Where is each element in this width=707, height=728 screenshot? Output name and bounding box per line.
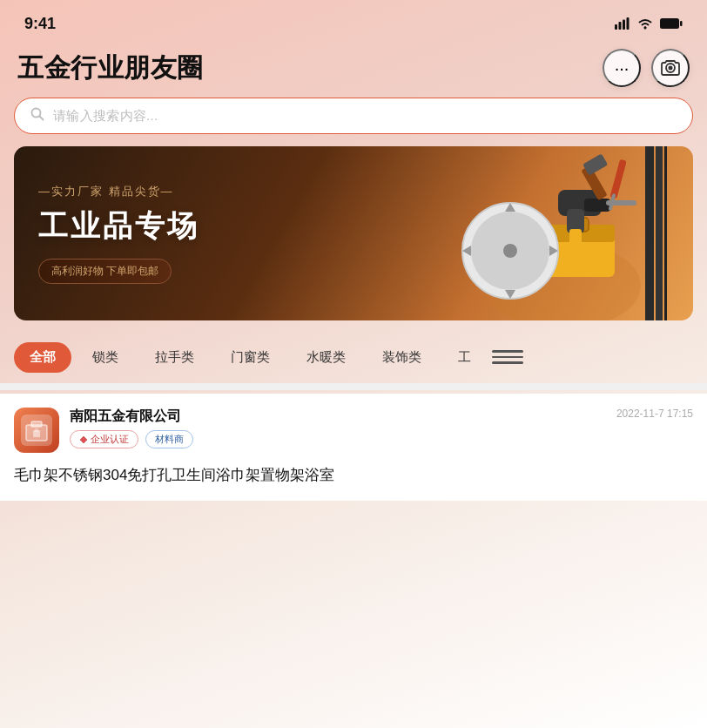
signal-icon	[615, 17, 630, 30]
post-title: 毛巾架不锈钢304免打孔卫生间浴巾架置物架浴室	[14, 453, 693, 501]
svg-rect-36	[31, 421, 42, 427]
svg-point-4	[644, 27, 647, 30]
status-bar: 9:41	[0, 0, 707, 42]
company-avatar	[14, 408, 59, 453]
category-tabs: 全部 锁类 拉手类 门窗类 水暖类 装饰类 工	[0, 334, 707, 380]
banner-subtitle: —实力厂家 精品尖货—	[38, 184, 693, 199]
category-tab-all[interactable]: 全部	[14, 342, 71, 373]
page-title: 五金行业朋友圈	[17, 51, 204, 86]
banner[interactable]: —实力厂家 精品尖货— 工业品专场 高利润好物 下单即包邮	[14, 146, 693, 320]
badge-material: 材料商	[145, 430, 193, 448]
post-meta: 南阳五金有限公司 企业认证 材料商	[70, 408, 606, 448]
svg-rect-2	[623, 20, 625, 30]
svg-rect-38	[35, 428, 38, 432]
category-tab-handles[interactable]: 拉手类	[139, 342, 210, 373]
category-tab-plumbing[interactable]: 水暖类	[291, 342, 361, 373]
svg-rect-1	[619, 22, 622, 30]
camera-button[interactable]	[651, 49, 690, 87]
post-time: 2022-11-7 17:15	[616, 408, 693, 420]
diamond-icon	[79, 435, 88, 444]
svg-point-9	[669, 66, 673, 71]
camera-icon	[661, 59, 680, 77]
more-button[interactable]: ···	[603, 49, 641, 87]
status-time: 9:41	[24, 15, 56, 33]
battery-icon	[660, 17, 683, 30]
menu-line-2	[492, 356, 523, 359]
wifi-icon	[637, 17, 653, 30]
company-name: 南阳五金有限公司	[70, 408, 606, 426]
menu-line-1	[492, 350, 523, 353]
company-logo-icon	[24, 418, 49, 442]
badge-enterprise: 企业认证	[70, 430, 138, 448]
header-actions: ···	[603, 49, 690, 87]
svg-rect-6	[661, 19, 678, 28]
status-icons	[615, 17, 683, 30]
category-tab-doors[interactable]: 门窗类	[215, 342, 286, 373]
banner-title: 工业品专场	[38, 206, 693, 246]
post-badges: 企业认证 材料商	[70, 430, 606, 448]
search-bar[interactable]: 请输入搜索内容...	[14, 98, 693, 134]
svg-line-11	[40, 117, 44, 120]
category-tab-more[interactable]: 工	[442, 342, 487, 373]
svg-marker-39	[80, 436, 87, 443]
category-tab-decor[interactable]: 装饰类	[367, 342, 437, 373]
post-card: 南阳五金有限公司 企业认证 材料商 2022-11-7 17:15 毛巾架不锈钢…	[0, 394, 707, 501]
search-placeholder-text: 请输入搜索内容...	[53, 108, 158, 125]
category-tab-locks[interactable]: 锁类	[77, 342, 134, 373]
avatar-inner	[21, 415, 52, 446]
search-container: 请输入搜索内容...	[0, 98, 707, 146]
post-header: 南阳五金有限公司 企业认证 材料商 2022-11-7 17:15	[14, 408, 693, 453]
category-menu-button[interactable]	[492, 341, 523, 373]
svg-rect-3	[627, 17, 630, 30]
menu-line-3	[492, 361, 523, 364]
search-icon	[30, 107, 44, 125]
svg-rect-7	[680, 21, 683, 26]
banner-content: —实力厂家 精品尖货— 工业品专场 高利润好物 下单即包邮	[14, 166, 693, 301]
section-divider	[0, 383, 707, 390]
svg-rect-0	[615, 24, 617, 30]
banner-tag: 高利润好物 下单即包邮	[38, 259, 172, 284]
header: 五金行业朋友圈 ···	[0, 42, 707, 98]
